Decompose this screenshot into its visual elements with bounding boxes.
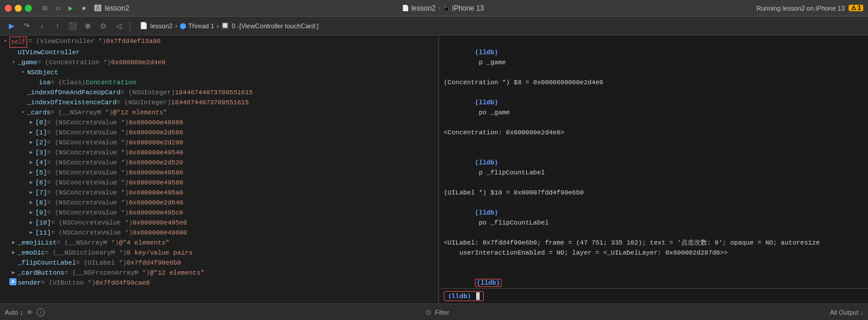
continue-button[interactable]: ▶ — [5, 19, 18, 32]
step-instruction-button[interactable]: ⬛ — [66, 19, 79, 32]
titlebar-right: Running lesson2 on iPhone 13 ⚠ 1 — [757, 5, 863, 12]
console-line-3: (lldb) p _flipCountLabel — [444, 148, 863, 188]
var-row-cards[interactable]: _cards = (__NSArrayM *) @"12 elements" — [0, 108, 438, 118]
index2-value: 18446744073709551615 — [171, 98, 249, 108]
toolbar: ▶ ↷ ↓ ↑ ⬛ ⊕ ⊙ ◁ 📄 lesson2 › ⬤ Thread 1 ›… — [0, 17, 868, 35]
disclosure-emojilist[interactable] — [9, 238, 18, 248]
cmd-2: po _game — [475, 109, 510, 116]
card11-value: 0x600000e49600 — [133, 228, 187, 238]
card0-name: [0] — [35, 118, 47, 128]
variables-content[interactable]: self = (ViewController *) 0x7fdd4ef13a90… — [0, 35, 438, 303]
card3-value: 0x600000e49540 — [128, 148, 183, 158]
breadcrumb-frame: 0 -[ViewController touchCard:] — [232, 22, 318, 29]
var-row-index2[interactable]: _indexOfInexistenceCard = (NSUInteger) 1… — [0, 98, 438, 108]
var-row-isa[interactable]: isa = (Class) Concentration — [0, 78, 438, 88]
var-row-card11[interactable]: [11] = (NSConcreteValue *) 0x600000e4960… — [0, 228, 438, 238]
flipcountlabel-type: = (UILabel *) — [76, 258, 127, 268]
disclosure-card11[interactable] — [27, 228, 35, 238]
console-content[interactable]: (lldb) p _game (Concentration *) $8 = 0x… — [439, 35, 868, 288]
card6-name: [6] — [35, 178, 47, 188]
var-row-card5[interactable]: [5] = (NSConcreteValue *) 0x600000e49580 — [0, 168, 438, 178]
step-into-button[interactable]: ↓ — [35, 19, 48, 32]
step-out-button[interactable]: ↑ — [51, 19, 64, 32]
cardbuttons-value: @"12 elements" — [150, 268, 204, 278]
disclosure-card4[interactable] — [27, 158, 35, 168]
disclosure-card10[interactable] — [27, 218, 35, 228]
var-row-emodic[interactable]: _emoDic = (__NSDictionaryM *) 0 key/valu… — [0, 248, 438, 258]
var-row-card7[interactable]: [7] = (NSConcreteValue *) 0x600000e495a0 — [0, 188, 438, 198]
cards-name: _cards — [27, 108, 51, 118]
disclosure-card5[interactable] — [27, 168, 35, 178]
var-row-emojilist[interactable]: _emojiList = (__NSArrayM *) @"4 elements… — [0, 238, 438, 248]
card1-type: = (NSConcreteValue *) — [47, 128, 129, 138]
hide-navigator-button[interactable]: ▭ — [53, 4, 62, 13]
var-row-game[interactable]: _game = (Concentration *) 0x600000e2d4e0 — [0, 58, 438, 68]
disclosure-card9[interactable] — [27, 208, 35, 218]
scheme-icon: 📄 — [402, 5, 409, 11]
var-row-card3[interactable]: [3] = (NSConcreteValue *) 0x600000e49540 — [0, 148, 438, 158]
emodic-type: = (__NSDictionaryM *) — [45, 248, 127, 258]
cmd-1: p _game — [475, 59, 506, 66]
disclosure-index2 — [19, 98, 27, 108]
var-row-card6[interactable]: [6] = (NSConcreteValue *) 0x600000e49560 — [0, 178, 438, 188]
disclosure-card0[interactable] — [27, 118, 35, 128]
disclosure-card8[interactable] — [27, 198, 35, 208]
breadcrumb-sep2: › — [217, 22, 219, 29]
var-row-card10[interactable]: [10] = (NSConcreteValue *) 0x600000e495e… — [0, 218, 438, 228]
auto-label[interactable]: Auto ↕ — [5, 309, 23, 316]
console-input-box[interactable]: (lldb) — [444, 291, 484, 301]
disclosure-cards[interactable] — [19, 108, 27, 118]
disclosure-game[interactable] — [9, 58, 18, 68]
disclosure-card2[interactable] — [27, 138, 35, 148]
sender-type: = (UIButton *) — [41, 278, 95, 288]
device-label: iPhone 13 — [452, 4, 484, 12]
debug-memory-button[interactable]: ⊙ — [97, 19, 110, 32]
disclosure-card3[interactable] — [27, 148, 35, 158]
var-row-self[interactable]: self = (ViewController *) 0x7fdd4ef13a90 — [0, 37, 438, 48]
disclosure-emodic[interactable] — [9, 248, 18, 258]
var-row-uiviewcontroller[interactable]: UIViewController — [0, 48, 438, 58]
simulate-location-button[interactable]: ◁ — [112, 19, 125, 32]
stop-button[interactable]: ■ — [79, 4, 88, 13]
nsobject-name: NSObject — [27, 68, 58, 78]
disclosure-self[interactable] — [1, 37, 9, 47]
card11-type: = (NSConcreteValue *) — [51, 228, 133, 238]
disclosure-cardbuttons[interactable] — [9, 268, 18, 278]
close-button[interactable] — [5, 5, 12, 12]
lldb-prompt-5: (lldb) — [475, 279, 502, 287]
fullscreen-button[interactable] — [25, 5, 32, 12]
lldb-prompt-3: (lldb) — [475, 159, 499, 166]
device-icon: 📱 — [443, 5, 450, 11]
var-row-card2[interactable]: [2] = (NSConcreteValue *) 0x600000e2d200 — [0, 138, 438, 148]
statusbar: Auto ↕ 👁 i ⊙ Filter All Output ↓ — [0, 303, 868, 320]
var-row-sender[interactable]: A sender = (UIButton *) 0x7fdd4f90cae0 — [0, 278, 438, 288]
step-over-button[interactable]: ↷ — [20, 19, 33, 32]
disclosure-nsobject[interactable] — [19, 68, 27, 78]
all-output-label[interactable]: All Output ↓ — [830, 309, 863, 316]
var-row-index1[interactable]: _indexOfOneAndFaceUpCard = (NSUInteger) … — [0, 88, 438, 98]
card5-type: = (NSConcreteValue *) — [47, 168, 129, 178]
index2-type: = (NSUInteger) — [117, 98, 171, 108]
var-row-flipcountlabel[interactable]: _flipCountLabel = (UILabel *) 0x7fdd4f90… — [0, 258, 438, 268]
disclosure-card1[interactable] — [27, 128, 35, 138]
disclosure-card6[interactable] — [27, 178, 35, 188]
running-status: Running lesson2 on iPhone 13 — [757, 5, 845, 12]
add-exception-button[interactable]: ⊕ — [81, 19, 94, 32]
sidebar-toggle-button[interactable]: ⊟ — [40, 4, 49, 13]
disclosure-card7[interactable] — [27, 188, 35, 198]
run-button[interactable]: ▶ — [66, 4, 75, 13]
isa-name: isa — [39, 78, 51, 88]
var-row-card8[interactable]: [8] = (NSConcreteValue *) 0x600000e2d640 — [0, 198, 438, 208]
var-row-card0[interactable]: [0] = (NSConcreteValue *) 0x600000e48960 — [0, 118, 438, 128]
var-row-cardbuttons[interactable]: _cardButtons = (__NSFrozenArrayM *) @"12… — [0, 268, 438, 278]
warning-badge: ⚠ 1 — [849, 5, 863, 11]
card1-name: [1] — [35, 128, 47, 138]
var-row-card1[interactable]: [1] = (NSConcreteValue *) 0x600000e2d560 — [0, 128, 438, 138]
var-row-nsobject[interactable]: NSObject — [0, 68, 438, 78]
var-row-card4[interactable]: [4] = (NSConcreteValue *) 0x600000e2d520 — [0, 158, 438, 168]
var-row-card9[interactable]: [9] = (NSConcreteValue *) 0x600000e495c0 — [0, 208, 438, 218]
card9-name: [9] — [35, 208, 47, 218]
traffic-lights — [5, 5, 32, 12]
minimize-button[interactable] — [15, 5, 22, 12]
console-cursor — [476, 292, 480, 300]
